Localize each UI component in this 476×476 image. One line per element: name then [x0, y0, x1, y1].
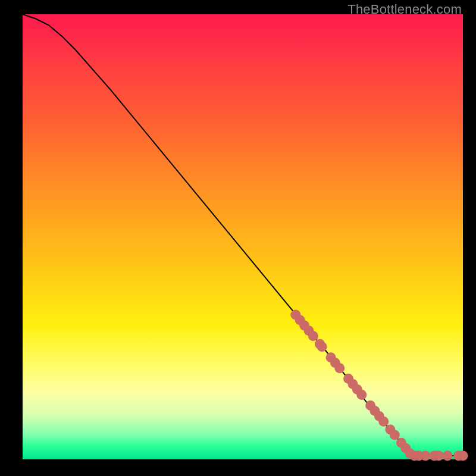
data-dot — [308, 331, 318, 341]
data-dot — [317, 342, 327, 352]
data-dot — [356, 390, 367, 400]
chart-frame: TheBottleneck.com — [0, 0, 476, 476]
curve-line — [23, 14, 463, 456]
data-dot — [443, 451, 453, 461]
data-dot — [421, 451, 431, 461]
data-dot — [378, 416, 389, 427]
data-dot — [434, 451, 444, 461]
data-dot — [458, 451, 468, 461]
data-dot — [334, 363, 345, 373]
data-dot — [390, 430, 400, 440]
watermark-text: TheBottleneck.com — [347, 2, 462, 17]
highlight-dots-group — [290, 309, 468, 461]
chart-overlay — [23, 14, 463, 459]
